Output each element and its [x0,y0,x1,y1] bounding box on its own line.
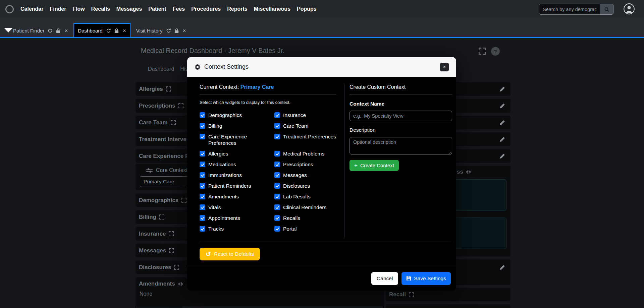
lock-icon[interactable] [56,28,61,33]
lock-icon[interactable] [114,28,119,33]
checked-checkbox-icon [200,151,205,157]
checkbox-medications[interactable]: Medications [200,161,274,168]
edit-pencil-icon[interactable] [499,136,505,142]
checked-checkbox-icon [200,226,205,232]
checkbox-immunizations[interactable]: Immunizations [200,172,274,178]
menu-calendar[interactable]: Calendar [20,6,43,12]
menu-flow[interactable]: Flow [72,6,85,12]
menu-popups[interactable]: Popups [297,6,317,12]
expand-icon[interactable] [174,265,179,270]
expand-icon[interactable] [409,292,414,297]
checkbox-portal[interactable]: Portal [274,226,336,232]
expand-icon[interactable] [169,248,174,253]
context-name-input[interactable] [350,111,452,121]
fullscreen-icon[interactable] [479,48,486,55]
checkbox-demographics[interactable]: Demographics [200,112,274,118]
checkbox-amendments[interactable]: Amendments [200,193,274,200]
compress-icon[interactable] [178,282,183,287]
edit-pencil-icon[interactable] [499,86,505,92]
expand-icon[interactable] [166,86,171,91]
expand-icon[interactable] [159,214,164,220]
checked-checkbox-icon [274,112,280,118]
create-context-heading: Create Custom Context [350,84,452,90]
checkbox-tracks[interactable]: Tracks [200,226,274,232]
expand-icon[interactable] [181,198,186,203]
close-icon[interactable]: × [123,28,126,34]
lock-icon[interactable] [174,28,179,33]
checked-checkbox-icon [200,123,205,129]
menu-miscellaneous[interactable]: Miscellaneous [254,6,290,12]
refresh-icon[interactable] [166,28,171,33]
tab-dashboard[interactable]: Dashboard × [73,23,130,37]
modal-body: Current Context: Primary Care Select whi… [187,77,456,291]
plus-icon: + [354,163,358,168]
checked-checkbox-icon [200,112,205,118]
divider [350,95,452,95]
checkbox-patient-reminders[interactable]: Patient Reminders [200,183,274,189]
checkbox-billing[interactable]: Billing [200,123,274,129]
close-icon[interactable]: × [64,28,68,34]
tab-patient-finder[interactable]: Patient Finder × [10,24,71,37]
current-context-link[interactable]: Primary Care [240,84,274,90]
checkbox-care-team[interactable]: Care Team [274,123,336,129]
tab-visit-history[interactable]: Visit History × [133,24,189,37]
refresh-icon[interactable] [48,28,53,33]
checkbox-appointments[interactable]: Appointments [200,215,274,221]
main-menu: Calendar Finder Flow Recalls Messages Pa… [20,6,317,12]
close-icon[interactable]: × [183,28,186,34]
checkbox-treatment-preferences[interactable]: Treatment Preferences [274,133,336,140]
checkbox-medical-problems[interactable]: Medical Problems [274,150,336,157]
subtab-dashboard[interactable]: Dashboard [148,66,174,72]
menu-patient[interactable]: Patient [148,6,166,12]
create-context-button[interactable]: + Create Context [350,160,399,171]
expand-icon[interactable] [169,231,174,236]
menu-reports[interactable]: Reports [227,6,247,12]
menu-procedures[interactable]: Procedures [191,6,221,12]
checkbox-allergies[interactable]: Allergies [200,150,274,157]
compress-icon[interactable] [466,170,471,175]
menu-messages[interactable]: Messages [116,6,142,12]
description-textarea[interactable] [350,137,452,155]
sliders-icon [146,168,153,173]
screen: Calendar Finder Flow Recalls Messages Pa… [0,0,644,308]
checked-checkbox-icon [274,183,280,189]
checkbox-clinical-reminders[interactable]: Clinical Reminders [274,204,336,210]
checkbox-insurance[interactable]: Insurance [274,112,336,118]
description-label: Description [350,127,452,133]
cancel-button[interactable]: Cancel [371,272,398,285]
expand-icon[interactable] [178,103,183,108]
menu-finder[interactable]: Finder [50,6,66,12]
edit-pencil-icon[interactable] [499,120,505,125]
expand-icon[interactable] [171,120,176,125]
modal-footer: Cancel Save Settings [187,266,456,291]
edit-pencil-icon[interactable] [499,153,505,159]
save-disk-icon [406,276,411,281]
search-input[interactable] [539,4,600,14]
checkbox-recalls[interactable]: Recalls [274,215,336,221]
checked-checkbox-icon [200,162,205,167]
help-icon[interactable]: ? [491,47,500,56]
context-settings-modal: Context Settings × Current Context: Prim… [187,57,456,291]
search-button[interactable] [600,4,613,14]
menu-recalls[interactable]: Recalls [91,6,110,12]
checkbox-care-experience-preferences[interactable]: Care Experience Preferences [200,133,274,146]
checkbox-prescriptions[interactable]: Prescriptions [274,161,336,168]
reset-to-defaults-button[interactable]: ↺ Reset to Defaults [200,248,260,260]
modal-close-button[interactable]: × [440,63,449,71]
menu-fees[interactable]: Fees [173,6,185,12]
patient-search [539,4,613,15]
checkbox-vitals[interactable]: Vitals [200,204,274,210]
scrollbar-horizontal[interactable] [136,307,383,307]
save-settings-button[interactable]: Save Settings [401,272,451,285]
checkbox-messages[interactable]: Messages [274,172,336,178]
create-context-section: Create Custom Context Context Name Descr… [344,84,452,238]
edit-pencil-icon[interactable] [499,103,505,109]
user-avatar-icon[interactable] [623,3,635,15]
checked-checkbox-icon [274,226,280,232]
edit-pencil-icon[interactable] [499,265,505,270]
checkbox-disclosures[interactable]: Disclosures [274,183,336,189]
checkbox-lab-results[interactable]: Lab Results [274,193,336,200]
checked-checkbox-icon [274,151,280,157]
refresh-icon[interactable] [106,28,111,33]
widget-appt-interventions[interactable]: Appt Interventions [386,304,511,308]
